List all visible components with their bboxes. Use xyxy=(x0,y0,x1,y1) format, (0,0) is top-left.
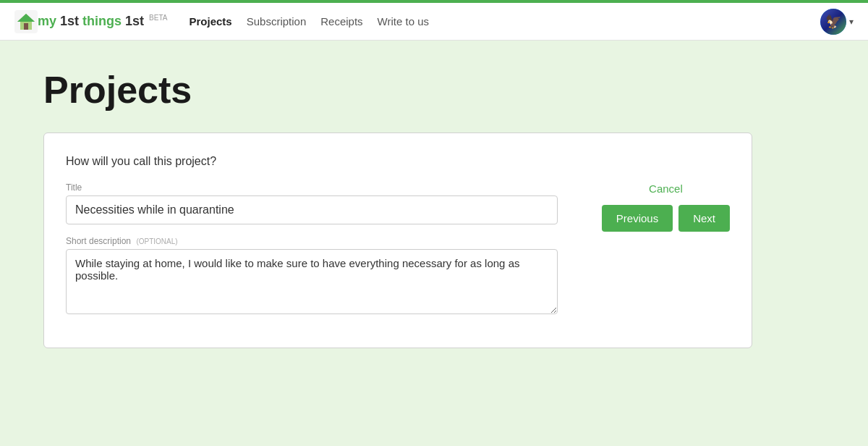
button-row: Previous Next xyxy=(602,205,730,232)
description-label: Short description (OPTIONAL) xyxy=(66,236,580,246)
svg-rect-2 xyxy=(24,23,28,30)
navbar: my 1st things 1st BETA Projects Subscrip… xyxy=(0,3,868,41)
main-content: Projects How will you call this project?… xyxy=(0,41,868,377)
description-wrapper: While staying at home, I would like to m… xyxy=(66,249,580,314)
next-button[interactable]: Next xyxy=(678,205,730,232)
title-label: Title xyxy=(66,182,580,193)
description-textarea[interactable]: While staying at home, I would like to m… xyxy=(66,249,558,314)
brand-logo[interactable]: my 1st things 1st BETA xyxy=(14,10,168,33)
user-avatar[interactable]: 🦅 xyxy=(820,9,846,35)
avatar-image: 🦅 xyxy=(820,9,846,35)
form-and-actions: Title Short description (OPTIONAL) While… xyxy=(66,182,730,326)
house-icon xyxy=(14,10,38,33)
card-question: How will you call this project? xyxy=(66,155,730,168)
cancel-link[interactable]: Cancel xyxy=(649,182,683,195)
project-card: How will you call this project? Title Sh… xyxy=(43,132,752,348)
user-dropdown-arrow[interactable]: ▾ xyxy=(849,17,854,27)
beta-badge: BETA xyxy=(149,14,167,22)
nav-receipts[interactable]: Receipts xyxy=(320,15,362,28)
form-section: Title Short description (OPTIONAL) While… xyxy=(66,182,580,326)
nav-right: 🦅 ▾ xyxy=(820,9,854,35)
title-input[interactable] xyxy=(66,195,558,224)
title-form-group: Title xyxy=(66,182,580,224)
page-title: Projects xyxy=(43,70,825,111)
previous-button[interactable]: Previous xyxy=(602,205,673,232)
nav-write-to-us[interactable]: Write to us xyxy=(378,15,429,28)
nav-subscription[interactable]: Subscription xyxy=(247,15,307,28)
description-form-group: Short description (OPTIONAL) While stayi… xyxy=(66,236,580,314)
nav-projects[interactable]: Projects xyxy=(190,15,232,28)
actions-section: Cancel Previous Next xyxy=(580,182,730,232)
nav-links: Projects Subscription Receipts Write to … xyxy=(190,15,821,28)
optional-badge: (OPTIONAL) xyxy=(136,237,177,245)
brand-text: my 1st things 1st BETA xyxy=(38,14,168,29)
